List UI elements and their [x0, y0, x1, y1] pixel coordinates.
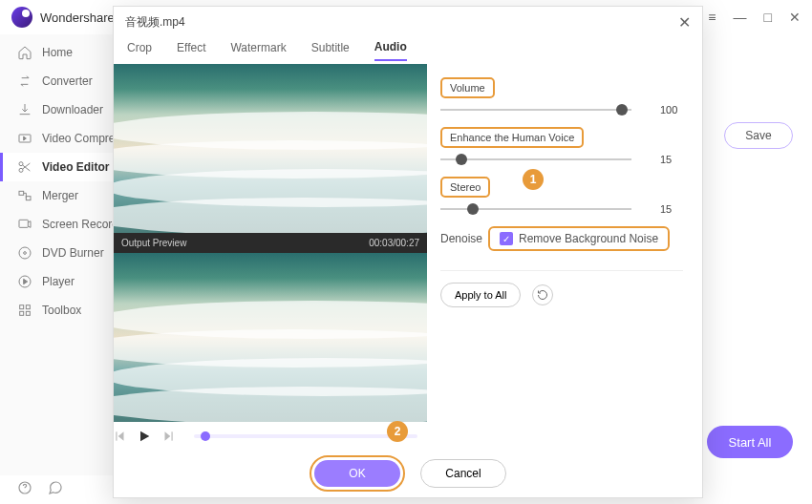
maximize-icon[interactable]: □: [764, 10, 772, 25]
download-icon: [17, 102, 32, 117]
prev-frame-icon[interactable]: [114, 430, 127, 443]
enhance-label: Enhance the Human Voice: [440, 127, 584, 148]
source-preview: [114, 64, 427, 233]
ok-button[interactable]: OK: [314, 460, 400, 487]
tab-watermark[interactable]: Watermark: [230, 41, 286, 60]
tab-crop[interactable]: Crop: [127, 41, 152, 60]
svg-rect-5: [19, 220, 28, 227]
svg-point-6: [19, 247, 31, 259]
next-frame-icon[interactable]: [161, 430, 175, 443]
svg-rect-14: [116, 431, 117, 440]
svg-point-7: [24, 252, 27, 255]
modal-close-icon[interactable]: ✕: [678, 13, 691, 32]
play-icon: [17, 274, 32, 289]
merge-icon: [17, 188, 32, 203]
svg-rect-10: [26, 305, 30, 309]
callout-1: 1: [523, 169, 544, 190]
audio-settings-modal: 音视频.mp4 ✕ Crop Effect Watermark Subtitle…: [113, 6, 703, 498]
save-button[interactable]: Save: [724, 122, 793, 149]
modal-footer: 2 OK Cancel: [114, 450, 702, 497]
output-preview-label: Output Preview: [121, 238, 186, 248]
help-icon[interactable]: [17, 480, 32, 499]
checkbox-icon[interactable]: ✓: [500, 232, 513, 245]
enhance-slider[interactable]: [440, 158, 631, 160]
stereo-label: Stereo: [440, 177, 490, 198]
svg-rect-12: [26, 311, 30, 315]
modal-tabs: Crop Effect Watermark Subtitle Audio: [114, 37, 702, 64]
callout-2: 2: [387, 421, 408, 442]
menu-icon[interactable]: ≡: [708, 10, 716, 25]
scissors-icon: [17, 159, 32, 175]
home-icon: [17, 45, 32, 60]
recorder-icon: [17, 217, 32, 232]
play-button-icon[interactable]: [137, 429, 152, 444]
stereo-slider[interactable]: [440, 208, 631, 210]
modal-filename: 音视频.mp4: [125, 14, 185, 31]
close-icon[interactable]: ✕: [789, 10, 801, 25]
converter-icon: [17, 74, 32, 89]
app-name: Wondershare: [40, 10, 115, 25]
volume-label: Volume: [440, 77, 495, 98]
tab-audio[interactable]: Audio: [374, 40, 407, 61]
app-logo-icon: [11, 7, 32, 28]
svg-rect-11: [20, 311, 24, 315]
svg-point-2: [19, 168, 23, 172]
disc-icon: [17, 245, 32, 261]
svg-point-1: [19, 162, 23, 166]
cancel-button[interactable]: Cancel: [420, 459, 506, 488]
transport-controls: [114, 422, 427, 450]
volume-slider[interactable]: [440, 109, 631, 111]
feedback-icon[interactable]: [48, 480, 63, 499]
enhance-value: 15: [660, 154, 683, 165]
tab-effect[interactable]: Effect: [177, 41, 205, 60]
compress-icon: [17, 131, 32, 146]
apply-to-all-button[interactable]: Apply to All: [440, 283, 521, 307]
remove-noise-label: Remove Background Noise: [519, 232, 658, 245]
preview-time: 00:03/00:27: [369, 238, 419, 248]
reset-icon[interactable]: [532, 284, 553, 305]
remove-noise-option[interactable]: ✓ Remove Background Noise: [488, 226, 670, 251]
tab-subtitle[interactable]: Subtitle: [311, 41, 350, 60]
stereo-value: 15: [660, 203, 683, 215]
svg-rect-3: [19, 191, 24, 195]
start-all-button[interactable]: Start All: [707, 426, 793, 458]
minimize-icon[interactable]: —: [734, 10, 747, 25]
progress-slider[interactable]: [194, 434, 417, 438]
svg-rect-9: [20, 305, 24, 309]
volume-value: 100: [660, 104, 683, 116]
preview-column: Output Preview 00:03/00:27: [114, 64, 427, 450]
audio-settings: Volume 100 Enhance the Human Voice 15 St…: [427, 64, 702, 450]
svg-rect-4: [26, 197, 31, 200]
denoise-label: Denoise: [440, 232, 482, 245]
svg-rect-15: [172, 431, 173, 440]
output-preview: [114, 253, 427, 422]
grid-icon: [17, 303, 32, 318]
